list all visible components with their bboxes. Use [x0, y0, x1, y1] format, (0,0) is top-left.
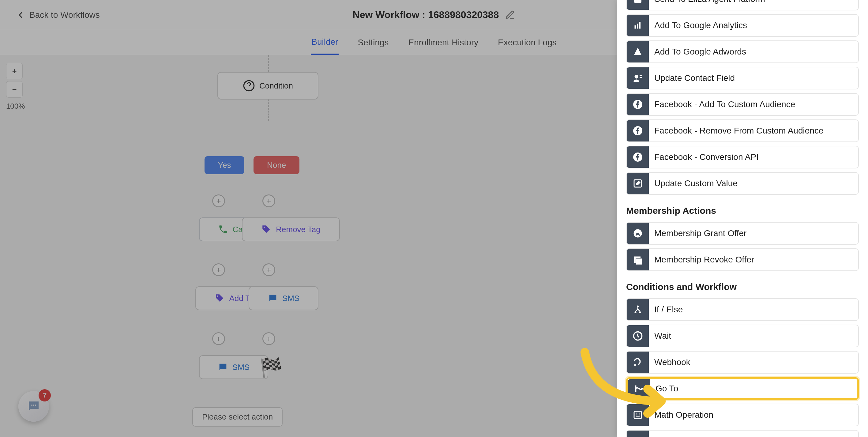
action-item-facebook-remove-from-custom-audience[interactable]: Facebook - Remove From Custom Audience [626, 119, 859, 142]
action-item-label: Facebook - Remove From Custom Audience [654, 126, 823, 136]
go-to-icon [628, 379, 650, 398]
svg-rect-6 [635, 25, 636, 29]
action-item-goal-event[interactable]: Goal Event [626, 430, 859, 437]
math-operation-icon [627, 404, 649, 426]
action-item-if-else[interactable]: If / Else [626, 298, 859, 321]
action-item-add-to-google-adwords[interactable]: Add To Google Adwords [626, 40, 859, 63]
add-step-button[interactable]: + [212, 263, 225, 276]
add-step-button[interactable]: + [212, 332, 225, 345]
svg-point-24 [642, 388, 643, 389]
chat-badge: 7 [38, 389, 51, 402]
action-item-facebook-conversion-api[interactable]: Facebook - Conversion API [626, 146, 859, 168]
workflow-tree: Condition Yes None + + Call Remove Tag +… [0, 55, 617, 437]
svg-point-20 [635, 311, 637, 313]
wait-icon [627, 325, 649, 347]
tab-builder[interactable]: Builder [311, 30, 339, 55]
action-item-label: Webhook [654, 357, 690, 367]
membership-grant-offer-icon [627, 223, 649, 244]
update-custom-value-icon [627, 173, 649, 194]
action-item-update-custom-value[interactable]: Update Custom Value [626, 172, 859, 195]
tag-icon [261, 224, 272, 235]
none-branch[interactable]: None [253, 156, 300, 174]
action-item-label: Math Operation [654, 410, 713, 420]
section-membership-actions: Membership Actions [626, 206, 859, 216]
add-step-button[interactable]: + [262, 263, 275, 276]
add-to-google-adwords-icon [627, 41, 649, 62]
svg-point-29 [35, 405, 36, 406]
action-item-label: Update Custom Value [654, 179, 738, 188]
svg-point-21 [639, 311, 641, 313]
action-item-label: Membership Grant Offer [654, 228, 746, 238]
chevron-left-icon [15, 10, 26, 20]
sms-label: SMS [282, 294, 300, 303]
action-item-wait[interactable]: Wait [626, 324, 859, 347]
facebook-remove-from-custom-audience-icon [627, 120, 649, 142]
webhook-icon [627, 351, 649, 373]
tab-settings[interactable]: Settings [357, 31, 389, 54]
action-item-label: Add To Google Adwords [654, 47, 746, 57]
header-title-group: New Workflow : 1688980320388 [353, 9, 516, 21]
svg-point-2 [217, 295, 218, 297]
svg-rect-7 [637, 24, 639, 29]
action-item-label: Membership Revoke Offer [654, 255, 754, 264]
send-to-eliza-agent-platform-icon [627, 0, 649, 10]
remove-tag-label: Remove Tag [276, 225, 320, 234]
action-item-math-operation[interactable]: Math Operation [626, 404, 859, 426]
svg-point-27 [31, 405, 32, 406]
update-contact-field-icon [627, 67, 649, 89]
svg-rect-8 [639, 22, 641, 29]
action-item-membership-revoke-offer[interactable]: Membership Revoke Offer [626, 248, 859, 271]
pencil-icon[interactable] [505, 10, 515, 20]
add-step-button[interactable]: + [262, 194, 275, 207]
select-action-placeholder[interactable]: Please select action [192, 407, 283, 427]
sms-node[interactable]: SMS [249, 286, 318, 310]
action-item-label: Send To Eliza Agent Platform [654, 0, 765, 4]
add-to-google-analytics-icon [627, 15, 649, 36]
yes-branch[interactable]: Yes [205, 156, 244, 174]
action-item-label: Wait [654, 331, 671, 341]
sms-node[interactable]: SMS [199, 355, 268, 379]
section-conditions-workflow: Conditions and Workflow [626, 282, 859, 292]
action-item-send-to-eliza-agent-platform[interactable]: Send To Eliza Agent Platform [626, 0, 859, 10]
svg-rect-18 [636, 258, 642, 265]
svg-rect-25 [634, 411, 642, 418]
tab-enrollment-history[interactable]: Enrollment History [408, 31, 479, 54]
chat-widget[interactable]: 7 [19, 391, 49, 422]
chat-icon [218, 362, 228, 372]
action-item-membership-grant-offer[interactable]: Membership Grant Offer [626, 222, 859, 245]
end-flag-icon: 🏁 [260, 357, 283, 378]
add-step-button[interactable]: + [262, 332, 275, 345]
condition-label: Condition [259, 81, 293, 91]
phone-icon [218, 224, 228, 235]
workflow-title: New Workflow : 1688980320388 [353, 9, 499, 21]
action-item-update-contact-field[interactable]: Update Contact Field [626, 67, 859, 89]
svg-point-9 [635, 75, 639, 79]
svg-rect-11 [640, 77, 642, 78]
svg-rect-10 [640, 75, 642, 76]
action-item-facebook-add-to-custom-audience[interactable]: Facebook - Add To Custom Audience [626, 93, 859, 116]
chat-icon [26, 399, 41, 414]
if-else-icon [627, 299, 649, 320]
action-item-label: If / Else [654, 305, 683, 314]
svg-point-23 [634, 364, 636, 366]
back-label: Back to Workflows [29, 10, 100, 20]
action-item-label: Facebook - Conversion API [654, 152, 759, 162]
condition-node[interactable]: Condition [217, 72, 318, 99]
workflow-canvas[interactable]: + − 100% Condition Yes None + + Call Rem… [0, 55, 617, 437]
tag-icon [215, 293, 225, 304]
tab-execution-logs[interactable]: Execution Logs [497, 31, 557, 54]
add-step-button[interactable]: + [212, 194, 225, 207]
remove-tag-node[interactable]: Remove Tag [242, 217, 340, 241]
goal-event-icon [627, 431, 649, 437]
action-item-add-to-google-analytics[interactable]: Add To Google Analytics [626, 14, 859, 37]
action-item-label: Go To [655, 384, 678, 394]
actions-panel[interactable]: Send To Eliza Agent PlatformAdd To Googl… [617, 0, 868, 437]
svg-rect-3 [634, 0, 642, 3]
action-item-go-to[interactable]: Go To [626, 377, 859, 400]
facebook-add-to-custom-audience-icon [627, 94, 649, 115]
back-to-workflows-link[interactable]: Back to Workflows [15, 10, 100, 20]
action-item-webhook[interactable]: Webhook [626, 351, 859, 374]
svg-point-28 [33, 405, 34, 406]
action-item-label: Add To Google Analytics [654, 21, 747, 30]
action-item-label: Facebook - Add To Custom Audience [654, 99, 795, 109]
